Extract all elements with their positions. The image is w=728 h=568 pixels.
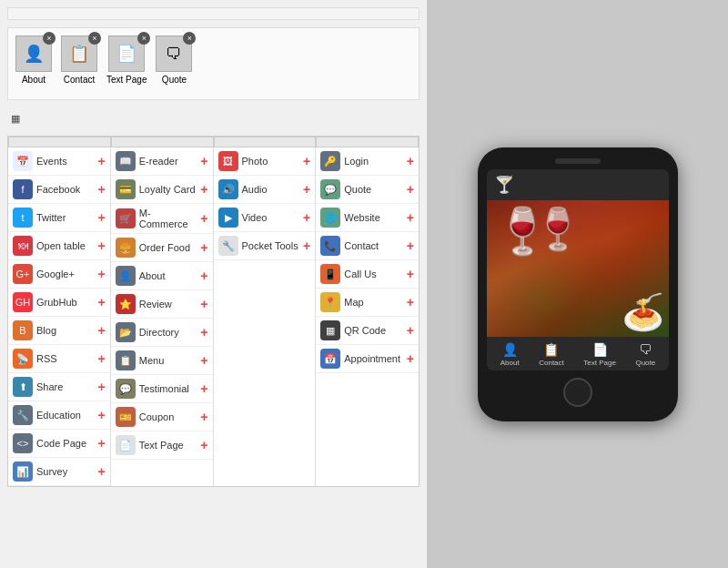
grid-item-order-food[interactable]: 🍔 Order Food +: [111, 234, 213, 262]
item-icon: ⭐: [116, 294, 136, 314]
add-item-btn[interactable]: +: [200, 354, 207, 367]
grid-item-qr-code[interactable]: ▦ QR Code +: [316, 317, 419, 345]
add-item-btn[interactable]: +: [98, 183, 106, 196]
add-item-btn[interactable]: +: [98, 239, 106, 252]
add-item-btn[interactable]: +: [407, 155, 414, 167]
grid-item-coupon[interactable]: 🎫 Coupon +: [111, 403, 213, 431]
grid-item-blog[interactable]: B Blog +: [8, 317, 110, 345]
added-page-contact[interactable]: × 📋 Contact: [61, 36, 97, 92]
added-page-about[interactable]: × 👤 About: [15, 36, 52, 92]
add-item-btn[interactable]: +: [200, 326, 207, 339]
phone-app-header: 🍸: [487, 169, 669, 200]
item-label: Survey: [36, 466, 95, 477]
add-item-btn[interactable]: +: [200, 212, 207, 225]
add-item-btn[interactable]: +: [407, 239, 414, 252]
phone-nav-quote[interactable]: 🗨 Quote: [635, 342, 655, 367]
item-label: Text Page: [139, 440, 197, 451]
remove-page-btn[interactable]: ×: [183, 32, 196, 45]
grid-item-google+[interactable]: G+ Google+ +: [8, 260, 110, 289]
grid-item-survey[interactable]: 📊 Survey +: [8, 458, 110, 486]
add-item-btn[interactable]: +: [200, 155, 207, 167]
add-item-btn[interactable]: +: [407, 211, 414, 224]
grid-item-website[interactable]: 🌐 Website +: [316, 204, 419, 232]
grid-item-code-page[interactable]: <> Code Page +: [8, 430, 110, 458]
grid-item-rss[interactable]: 📡 RSS +: [8, 345, 110, 373]
add-item-btn[interactable]: +: [200, 241, 207, 254]
nav-label: About: [500, 359, 520, 367]
grid-item-about[interactable]: 👤 About +: [111, 262, 213, 290]
grid-item-grubhub[interactable]: GH GrubHub +: [8, 289, 110, 317]
grid-item-appointment[interactable]: 📅 Appointment +: [316, 345, 419, 373]
add-item-btn[interactable]: +: [98, 352, 106, 365]
item-label: Audio: [242, 184, 300, 195]
add-item-btn[interactable]: +: [200, 269, 207, 282]
item-label: Call Us: [344, 269, 403, 279]
add-item-btn[interactable]: +: [303, 211, 310, 224]
grid-item-video[interactable]: ▶ Video +: [214, 204, 316, 232]
add-item-btn[interactable]: +: [200, 298, 207, 310]
grid-item-contact[interactable]: 📞 Contact +: [316, 232, 419, 260]
item-icon: ▦: [320, 320, 340, 340]
grid-item-share[interactable]: ⬆ Share +: [8, 373, 110, 401]
add-item-btn[interactable]: +: [98, 211, 106, 224]
grid-item-events[interactable]: 📅 Events +: [8, 147, 110, 176]
add-item-btn[interactable]: +: [98, 380, 106, 393]
add-item-btn[interactable]: +: [98, 155, 106, 167]
add-item-btn[interactable]: +: [407, 268, 414, 280]
grid-item-testimonial[interactable]: 💬 Testimonial +: [111, 375, 213, 403]
contact-column: 🔑 Login + 💬 Quote + 🌐 Website + 📞 Contac…: [316, 147, 419, 486]
add-item-btn[interactable]: +: [200, 183, 207, 196]
phone-nav-text-page[interactable]: 📄 Text Page: [583, 342, 616, 367]
remove-page-btn[interactable]: ×: [88, 32, 101, 45]
item-label: Loyalty Card: [139, 184, 197, 195]
grid-item-education[interactable]: 🔧 Education +: [8, 401, 110, 430]
grid-item-menu[interactable]: 📋 Menu +: [111, 347, 213, 375]
add-item-btn[interactable]: +: [98, 437, 106, 450]
add-item-btn[interactable]: +: [303, 239, 310, 252]
add-item-btn[interactable]: +: [200, 411, 207, 423]
grid-item-photo[interactable]: 🖼 Photo +: [214, 147, 316, 176]
add-item-btn[interactable]: +: [200, 382, 207, 395]
home-button[interactable]: [563, 378, 592, 407]
grid-item-loyalty-card[interactable]: 💳 Loyalty Card +: [111, 176, 213, 204]
nav-label: Contact: [539, 359, 564, 367]
item-label: Order Food: [139, 242, 197, 253]
remove-page-btn[interactable]: ×: [137, 32, 150, 45]
remove-page-btn[interactable]: ×: [43, 32, 56, 45]
multimedia-column: 🖼 Photo + 🔊 Audio + ▶ Video + 🔧 Pocket T…: [214, 147, 317, 486]
grid-item-open-table[interactable]: 🍽 Open table +: [8, 232, 110, 260]
add-item-btn[interactable]: +: [407, 352, 414, 365]
add-item-btn[interactable]: +: [200, 439, 207, 451]
grid-item-login[interactable]: 🔑 Login +: [316, 147, 419, 176]
nav-icon: 👤: [502, 342, 518, 357]
add-item-btn[interactable]: +: [407, 324, 414, 337]
item-icon: 📖: [116, 151, 136, 171]
add-item-btn[interactable]: +: [303, 183, 310, 196]
add-item-btn[interactable]: +: [98, 409, 106, 421]
grid-item-text-page[interactable]: 📄 Text Page +: [111, 431, 213, 460]
grid-item-directory[interactable]: 📂 Directory +: [111, 319, 213, 347]
grid-item-audio[interactable]: 🔊 Audio +: [214, 176, 316, 204]
grid-item-review[interactable]: ⭐ Review +: [111, 290, 213, 319]
item-icon: f: [13, 179, 33, 199]
grid-item-quote[interactable]: 💬 Quote +: [316, 176, 419, 204]
add-item-btn[interactable]: +: [98, 268, 106, 280]
add-item-btn[interactable]: +: [407, 296, 414, 309]
grid-item-facebook[interactable]: f Facebook +: [8, 176, 110, 204]
add-item-btn[interactable]: +: [303, 155, 310, 167]
grid-item-m-commerce[interactable]: 🛒 M-Commerce +: [111, 204, 213, 234]
add-item-btn[interactable]: +: [98, 296, 106, 309]
grid-item-call-us[interactable]: 📱 Call Us +: [316, 260, 419, 289]
phone-nav-contact[interactable]: 📋 Contact: [539, 342, 564, 367]
added-page-text-page[interactable]: × 📄 Text Page: [106, 36, 147, 92]
added-page-quote[interactable]: × 🗨 Quote: [156, 36, 192, 92]
add-item-btn[interactable]: +: [98, 324, 106, 337]
add-item-btn[interactable]: +: [98, 465, 106, 478]
grid-item-pocket-tools[interactable]: 🔧 Pocket Tools +: [214, 232, 316, 260]
grid-item-e-reader[interactable]: 📖 E-reader +: [111, 147, 213, 176]
phone-nav-about[interactable]: 👤 About: [500, 342, 520, 367]
item-label: Quote: [344, 184, 403, 195]
add-item-btn[interactable]: +: [407, 183, 414, 196]
grid-item-twitter[interactable]: t Twitter +: [8, 204, 110, 232]
grid-item-map[interactable]: 📍 Map +: [316, 289, 419, 317]
